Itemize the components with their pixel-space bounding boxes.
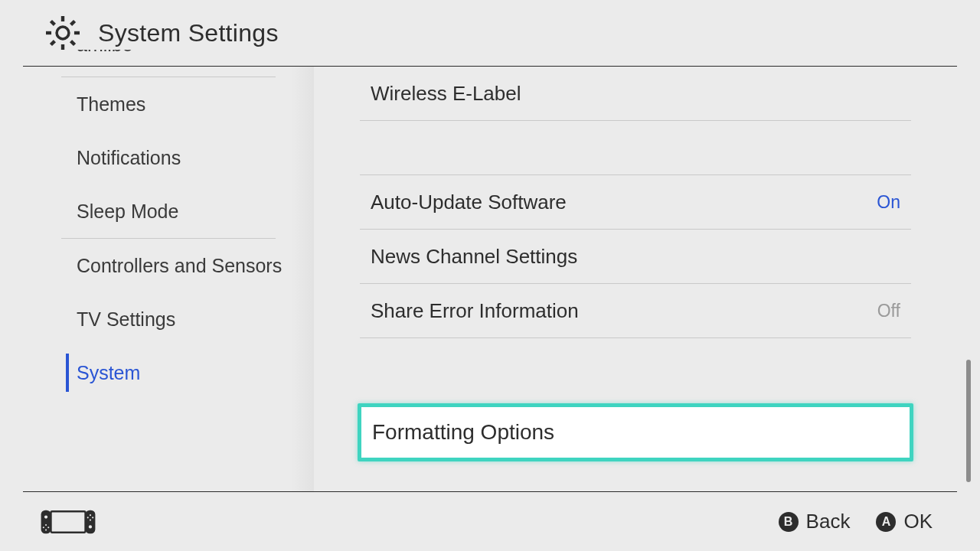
- svg-point-21: [45, 529, 47, 530]
- svg-rect-3: [46, 31, 51, 34]
- svg-rect-6: [50, 40, 56, 46]
- option-value: On: [877, 192, 900, 213]
- sidebar-item-tv-settings[interactable]: TV Settings: [23, 292, 314, 346]
- option-label: Auto-Update Software: [371, 191, 567, 214]
- sidebar: amiibo Themes Notifications Sleep Mode C…: [23, 50, 314, 491]
- svg-rect-11: [51, 511, 85, 532]
- option-label: News Channel Settings: [371, 245, 577, 269]
- svg-point-14: [90, 514, 91, 516]
- option-auto-update-software[interactable]: Auto-Update Software On: [360, 175, 911, 230]
- sidebar-item-themes[interactable]: Themes: [23, 77, 314, 131]
- option-formatting-options[interactable]: Formatting Options: [358, 403, 913, 461]
- option-share-error-information[interactable]: Share Error Information Off: [360, 284, 911, 338]
- hint-label: Back: [806, 510, 851, 533]
- svg-point-15: [92, 517, 93, 518]
- svg-rect-1: [61, 16, 64, 21]
- sidebar-item-label: Notifications: [77, 147, 181, 169]
- option-value: Off: [877, 301, 900, 321]
- a-button-icon: A: [876, 512, 896, 532]
- option-label: Wireless E-Label: [371, 82, 521, 106]
- svg-rect-2: [61, 44, 64, 50]
- sidebar-item-amiibo[interactable]: amiibo: [23, 50, 314, 77]
- hint-ok[interactable]: A OK: [876, 510, 933, 533]
- sidebar-item-label: Themes: [77, 93, 145, 116]
- svg-point-18: [45, 523, 47, 525]
- sidebar-item-label: amiibo: [77, 50, 133, 56]
- svg-rect-4: [74, 31, 80, 34]
- hint-label: OK: [903, 510, 933, 533]
- svg-point-12: [44, 515, 47, 518]
- sidebar-item-label: System: [77, 362, 140, 384]
- svg-rect-10: [86, 510, 96, 533]
- option-blank-spacer: [360, 121, 911, 175]
- sidebar-item-label: Sleep Mode: [77, 201, 178, 223]
- sidebar-item-notifications[interactable]: Notifications: [23, 131, 314, 184]
- footer: B Back A OK: [23, 491, 957, 551]
- option-label: Share Error Information: [371, 299, 579, 323]
- svg-point-19: [43, 527, 44, 528]
- svg-rect-7: [50, 20, 56, 26]
- sidebar-item-sleep-mode[interactable]: Sleep Mode: [23, 184, 314, 238]
- svg-point-0: [57, 27, 69, 39]
- settings-gear-icon: [46, 16, 80, 50]
- controller-icon: [40, 509, 96, 535]
- svg-rect-5: [70, 20, 76, 26]
- sidebar-item-label: Controllers and Sensors: [77, 255, 282, 277]
- svg-point-20: [47, 527, 49, 528]
- hint-back[interactable]: B Back: [779, 510, 851, 533]
- svg-rect-8: [70, 40, 76, 46]
- option-label: Formatting Options: [372, 420, 554, 445]
- b-button-icon: B: [779, 512, 799, 532]
- svg-point-13: [89, 525, 92, 528]
- scrollbar[interactable]: [966, 360, 971, 482]
- svg-point-17: [90, 519, 91, 520]
- sidebar-item-controllers-and-sensors[interactable]: Controllers and Sensors: [23, 239, 314, 292]
- option-wireless-e-label[interactable]: Wireless E-Label: [360, 67, 911, 121]
- svg-point-16: [87, 517, 89, 518]
- sidebar-item-system[interactable]: System: [23, 346, 314, 399]
- sidebar-item-label: TV Settings: [77, 308, 175, 331]
- page-title: System Settings: [98, 19, 279, 47]
- main-panel: Wireless E-Label Auto-Update Software On…: [314, 67, 957, 491]
- option-news-channel-settings[interactable]: News Channel Settings: [360, 230, 911, 284]
